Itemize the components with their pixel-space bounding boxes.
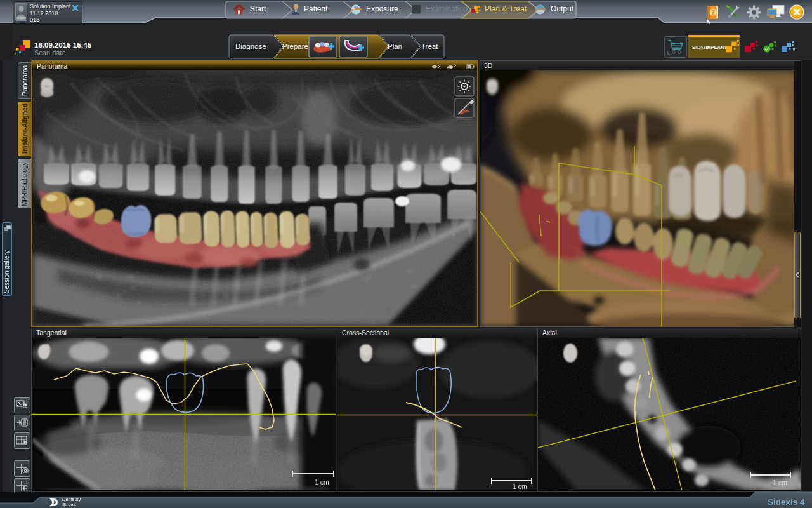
- svg-text:1 cm: 1 cm: [773, 479, 787, 486]
- svg-text:?: ?: [711, 9, 715, 16]
- svg-text:1 cm: 1 cm: [315, 478, 329, 486]
